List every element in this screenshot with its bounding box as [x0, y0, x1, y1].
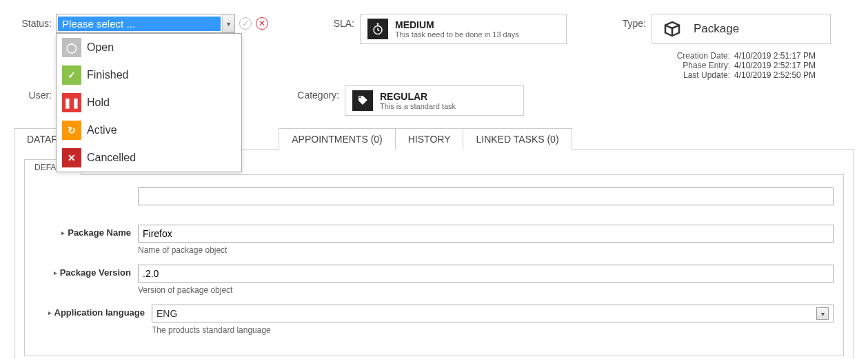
chevron-down-icon[interactable]: ▾	[816, 307, 829, 320]
status-dropdown[interactable]: ◯ Open ✓ Finished ❚❚ Hold ↻ Active ✕ C	[56, 33, 242, 172]
app-language-value: ENG	[157, 308, 177, 319]
app-language-label: ▸ Application language	[34, 305, 145, 318]
tag-icon	[352, 90, 373, 111]
meta-creation-val: 4/10/2019 2:51:17 PM	[734, 51, 831, 61]
sla-subtitle: This task need to be done in 13 days	[395, 30, 519, 39]
meta-phase-key: Phase Entry:	[665, 61, 730, 70]
type-title: Package	[694, 22, 739, 36]
circle-icon: ◯	[62, 38, 81, 57]
sla-title: MEDIUM	[395, 19, 519, 30]
type-label: Type:	[608, 14, 646, 80]
caret-icon: ▸	[54, 269, 57, 276]
meta-update-key: Last Update:	[665, 70, 730, 80]
default-subpanel: ▸ Package Name Name of package object ▸ …	[24, 174, 844, 356]
caret-icon: ▸	[48, 309, 52, 316]
status-option-label: Open	[87, 41, 114, 54]
package-version-label: ▸ Package Version	[34, 265, 131, 278]
meta-block: Creation Date:4/10/2019 2:51:17 PM Phase…	[652, 51, 831, 80]
refresh-icon: ↻	[62, 121, 81, 140]
confirm-icon[interactable]: ✓	[239, 17, 252, 30]
app-language-help: The products standard language	[152, 325, 834, 335]
cancel-icon[interactable]: ✕	[256, 17, 268, 30]
chevron-down-icon[interactable]: ▾	[222, 14, 234, 32]
status-option-open[interactable]: ◯ Open	[57, 34, 241, 61]
category-label: Category:	[291, 85, 339, 116]
package-name-help: Name of package object	[138, 245, 834, 255]
status-option-label: Hold	[87, 96, 110, 109]
status-option-cancelled[interactable]: ✕ Cancelled	[57, 144, 241, 172]
datafields-panel: DEFAULT ▸ Package Name Name of package o…	[14, 149, 854, 359]
app-language-select[interactable]: ENG ▾	[152, 305, 834, 322]
close-icon: ✕	[62, 148, 81, 167]
package-icon	[660, 19, 684, 39]
status-select[interactable]: Please select ... ▾	[56, 14, 235, 33]
status-option-label: Finished	[87, 69, 128, 81]
package-version-input[interactable]	[138, 265, 834, 283]
status-label: Status:	[14, 14, 52, 29]
status-option-active[interactable]: ↻ Active	[57, 116, 241, 144]
status-option-label: Cancelled	[87, 152, 136, 164]
package-name-label: ▸ Package Name	[34, 225, 131, 238]
pause-icon: ❚❚	[62, 93, 81, 112]
sla-label: SLA:	[316, 14, 354, 44]
type-card: Package	[652, 14, 831, 44]
status-select-text: Please select ...	[58, 17, 221, 31]
check-icon: ✓	[62, 65, 81, 85]
package-name-input[interactable]	[138, 225, 834, 243]
tab-history[interactable]: HISTORY	[395, 128, 464, 150]
caret-icon: ▸	[61, 229, 65, 236]
tab-appointments[interactable]: APPOINTMENTS (0)	[279, 128, 395, 150]
sla-card: MEDIUM This task need to be done in 13 d…	[360, 14, 567, 44]
category-card: REGULAR This is a standard task	[345, 85, 524, 116]
status-option-label: Active	[87, 124, 117, 136]
meta-update-val: 4/10/2019 2:52:50 PM	[734, 70, 831, 80]
package-version-help: Version of package object	[138, 285, 834, 295]
category-subtitle: This is a standard task	[380, 102, 456, 110]
status-option-finished[interactable]: ✓ Finished	[57, 61, 241, 89]
category-title: REGULAR	[380, 91, 456, 102]
stopwatch-icon	[367, 19, 388, 39]
status-option-hold[interactable]: ❚❚ Hold	[57, 89, 241, 116]
meta-creation-key: Creation Date:	[665, 51, 730, 61]
tab-linked-tasks[interactable]: LINKED TASKS (0)	[463, 128, 572, 150]
meta-phase-val: 4/10/2019 2:52:17 PM	[734, 61, 831, 70]
user-label: User:	[14, 85, 52, 116]
obscured-input[interactable]	[138, 187, 834, 205]
